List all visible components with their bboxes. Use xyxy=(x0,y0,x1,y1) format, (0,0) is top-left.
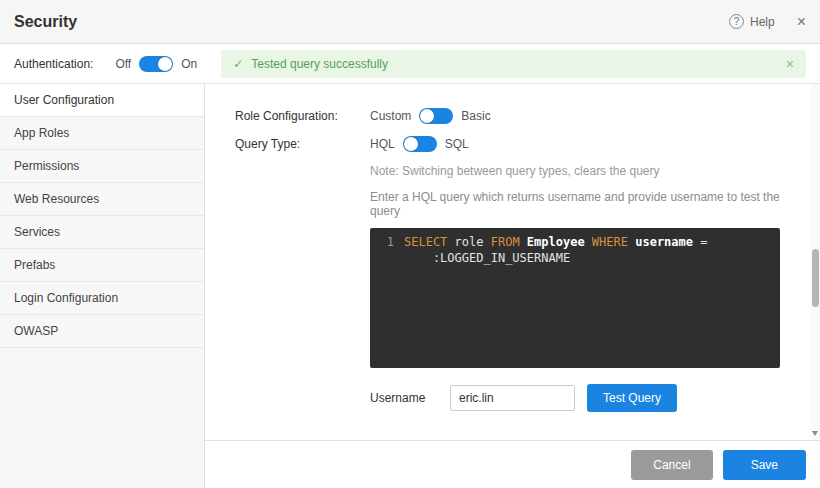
auth-on-label: On xyxy=(181,57,197,71)
authentication-label: Authentication: xyxy=(14,57,93,71)
role-custom-label: Custom xyxy=(370,109,411,123)
username-label: Username xyxy=(370,391,450,405)
header: Security ? Help × xyxy=(0,0,820,44)
page-title: Security xyxy=(14,13,77,31)
sidebar-item-services[interactable]: Services xyxy=(0,216,204,249)
query-type-toggle[interactable] xyxy=(403,136,437,152)
test-query-button[interactable]: Test Query xyxy=(587,384,677,412)
role-configuration-row: Role Configuration: Custom Basic xyxy=(235,108,780,124)
sidebar-item-owasp[interactable]: OWASP xyxy=(0,315,204,348)
body: User Configuration App Roles Permissions… xyxy=(0,84,820,488)
sidebar-item-web-resources[interactable]: Web Resources xyxy=(0,183,204,216)
check-icon: ✓ xyxy=(233,57,243,71)
sidebar-item-app-roles[interactable]: App Roles xyxy=(0,117,204,150)
query-code-editor[interactable]: 1SELECT role FROM Employee WHERE usernam… xyxy=(370,228,780,368)
banner-close-icon[interactable]: × xyxy=(786,57,794,71)
security-dialog: Security ? Help × Authentication: Off On… xyxy=(0,0,820,488)
query-type-label: Query Type: xyxy=(235,137,370,151)
header-actions: ? Help × xyxy=(729,14,806,30)
success-banner: ✓ Tested query successfully × xyxy=(221,50,806,78)
role-basic-label: Basic xyxy=(461,109,490,123)
scrollbar-thumb[interactable] xyxy=(812,249,819,307)
save-button[interactable]: Save xyxy=(723,450,806,480)
sidebar-item-user-configuration[interactable]: User Configuration xyxy=(0,84,204,117)
scrollbar-down-arrow-icon[interactable] xyxy=(812,431,818,436)
username-row: Username Test Query xyxy=(370,384,780,412)
sidebar-item-permissions[interactable]: Permissions xyxy=(0,150,204,183)
close-icon[interactable]: × xyxy=(797,14,806,30)
toggle-knob xyxy=(404,137,418,151)
toggle-knob xyxy=(420,109,434,123)
authentication-row: Authentication: Off On ✓ Tested query su… xyxy=(0,44,820,84)
auth-off-label: Off xyxy=(115,57,131,71)
sidebar: User Configuration App Roles Permissions… xyxy=(0,84,205,488)
username-input[interactable] xyxy=(450,385,575,411)
role-configuration-label: Role Configuration: xyxy=(235,109,370,123)
help-icon[interactable]: ? xyxy=(729,14,744,29)
query-hql-label: HQL xyxy=(370,137,395,151)
query-type-note: Note: Switching between query types, cle… xyxy=(370,164,780,178)
cancel-button[interactable]: Cancel xyxy=(631,450,712,480)
query-sql-label: SQL xyxy=(445,137,469,151)
sidebar-item-login-configuration[interactable]: Login Configuration xyxy=(0,282,204,315)
footer: Cancel Save xyxy=(205,440,820,488)
toggle-knob xyxy=(158,57,172,71)
authentication-toggle[interactable] xyxy=(139,56,173,72)
sidebar-item-prefabs[interactable]: Prefabs xyxy=(0,249,204,282)
scrollbar-track[interactable] xyxy=(811,84,820,440)
help-label[interactable]: Help xyxy=(750,15,775,29)
query-instruction: Enter a HQL query which returns username… xyxy=(370,190,780,218)
main-content: Role Configuration: Custom Basic Query T… xyxy=(205,84,820,488)
role-configuration-toggle[interactable] xyxy=(419,108,453,124)
query-type-row: Query Type: HQL SQL xyxy=(235,136,780,152)
banner-message: Tested query successfully xyxy=(251,57,388,71)
